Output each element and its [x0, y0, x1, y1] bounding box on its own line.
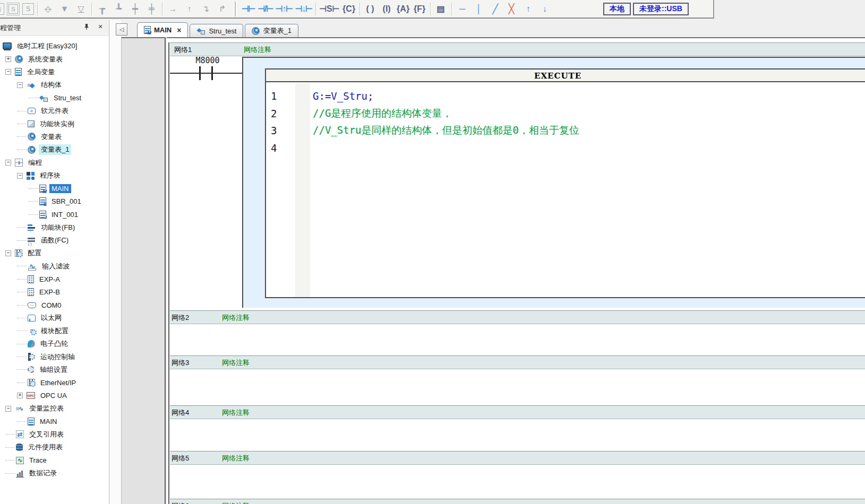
- tree-item-com0[interactable]: ⋯COM0: [0, 299, 109, 311]
- tree-item-main[interactable]: MAIN: [0, 415, 109, 428]
- tab-scroll-left-button[interactable]: ◁: [116, 23, 127, 36]
- wire-corner-down-icon[interactable]: ↴: [199, 2, 213, 16]
- set-coil-boxed-icon[interactable]: S: [8, 4, 18, 14]
- tab-main[interactable]: MAIN×: [137, 22, 188, 37]
- tree-item-easy320[interactable]: 临时工程 [Easy320]: [0, 40, 109, 53]
- contact-no-icon[interactable]: ⊣⊢: [241, 2, 255, 16]
- contact-rising-icon[interactable]: ⊣↑⊢: [275, 2, 293, 16]
- tree-item-[interactable]: 运动控制轴: [0, 350, 109, 363]
- network-header-2[interactable]: 网络2网络注释: [170, 310, 865, 324]
- tree-item-ethernetip[interactable]: EtherNet/IP: [0, 376, 109, 389]
- insert-network-icon[interactable]: ◇: [41, 2, 55, 16]
- execute-block[interactable]: EXECUTE1G:=V_Stru;2//G是程序使用的结构体变量，3//V_S…: [265, 68, 865, 298]
- tab-close-icon[interactable]: ×: [177, 26, 181, 34]
- tree-item-int_001[interactable]: INT_001: [0, 208, 109, 221]
- tree-item-[interactable]: 以太网: [0, 311, 109, 324]
- tree-item-[interactable]: −⊣⊢编程: [0, 157, 109, 169]
- tree-item-[interactable]: ∿输入滤波: [0, 260, 109, 273]
- close-panel-icon[interactable]: ×: [96, 22, 105, 31]
- panel-splitter[interactable]: [110, 20, 121, 504]
- contact-nc-icon[interactable]: ⊣/⊢: [258, 2, 273, 16]
- network-comment[interactable]: 网络注释: [222, 408, 250, 418]
- delete-vline-icon[interactable]: ╳: [504, 2, 519, 16]
- network-header-5[interactable]: 网络5网络注释: [170, 451, 865, 465]
- wire-right-icon[interactable]: →: [166, 2, 180, 16]
- network-comment[interactable]: 网络注释: [222, 501, 250, 504]
- branch-end-icon[interactable]: ┺: [112, 2, 126, 16]
- tree-item-[interactable]: −配置: [0, 247, 109, 259]
- tree-item-label: EXP-A: [37, 275, 62, 284]
- network-comment[interactable]: 网络注释: [244, 45, 271, 55]
- network-header-1[interactable]: 网络1网络注释: [170, 42, 865, 56]
- tree-item-exp-b[interactable]: EXP-B: [0, 285, 109, 298]
- network-header-4[interactable]: 网络4网络注释: [170, 405, 865, 419]
- tree-item-fb[interactable]: 功能块(FB): [0, 221, 109, 233]
- tree-item-[interactable]: +系统变量表: [0, 53, 109, 65]
- tree-item-[interactable]: ⇄交叉引用表: [0, 428, 109, 441]
- tree-expander[interactable]: −: [5, 69, 11, 75]
- st-code-area[interactable]: 1G:=V_Stru;2//G是程序使用的结构体变量，3//V_Stru是同样的…: [266, 83, 865, 297]
- out-coil-icon[interactable]: ▢: [0, 3, 4, 15]
- tree-item-sbr_001[interactable]: SBR_001: [0, 195, 109, 208]
- tree-expander[interactable]: −: [5, 160, 11, 166]
- wire-up-icon[interactable]: ↑: [182, 2, 196, 16]
- insert-network-below-icon[interactable]: ▽: [74, 2, 88, 16]
- coil-inverse-icon[interactable]: (I): [380, 2, 394, 16]
- branch-merge-icon[interactable]: ╪: [144, 2, 159, 16]
- coil-icon[interactable]: ( ): [363, 2, 378, 16]
- draw-vline-icon[interactable]: │: [472, 2, 486, 16]
- tree-item-[interactable]: 元件使用表: [0, 441, 109, 454]
- tree-item-[interactable]: −全局变量: [0, 66, 109, 79]
- compare-block-icon[interactable]: {C}: [342, 2, 356, 16]
- pin-icon[interactable]: [82, 22, 91, 31]
- network-comment[interactable]: 网络注释: [222, 313, 250, 323]
- tree-item-_1[interactable]: 变量表_1: [0, 143, 109, 156]
- login-status-button[interactable]: 未登录::USB: [633, 3, 689, 15]
- tree-expander[interactable]: −: [17, 82, 23, 88]
- tree-item-stru_test[interactable]: Stru_test: [0, 92, 109, 105]
- tree-expander[interactable]: +: [5, 56, 11, 62]
- ladder-network-area[interactable]: 网络1网络注释网络2网络注释网络3网络注释网络4网络注释网络5网络注释网络6网络…: [167, 37, 865, 504]
- tree-item-trace[interactable]: ∿Trace: [0, 454, 109, 467]
- application-block-icon[interactable]: {A}: [396, 2, 410, 16]
- tree-item-[interactable]: −◆结构体: [0, 79, 109, 91]
- tree-item-[interactable]: 功能块实例: [0, 117, 109, 130]
- network-comment[interactable]: 网络注释: [222, 454, 250, 463]
- tree-item-main[interactable]: MAIN: [0, 182, 109, 195]
- tree-item-opcua[interactable]: +OPCOPC UA: [0, 389, 109, 402]
- delete-hline-icon[interactable]: ╱: [488, 2, 502, 16]
- network-header-3[interactable]: 网络3网络注释: [170, 355, 865, 369]
- branch-start-icon[interactable]: ┲: [95, 2, 109, 16]
- function-block-icon[interactable]: {F}: [413, 2, 427, 16]
- tree-item-[interactable]: 数据记录: [0, 467, 109, 480]
- branch-insert-icon[interactable]: ┿: [128, 2, 142, 16]
- network-comment[interactable]: 网络注释: [222, 358, 250, 368]
- reset-coil-boxed-icon[interactable]: S: [22, 3, 34, 15]
- tree-item-[interactable]: ≡模块配置: [0, 325, 109, 337]
- tree-item-[interactable]: −≡∿变量监控表: [0, 402, 109, 415]
- tree-item-[interactable]: 软元件表: [0, 105, 109, 117]
- tree-item-[interactable]: −程序块: [0, 169, 109, 182]
- contact-operand-label[interactable]: M8000: [185, 56, 230, 65]
- tree-item-exp-a[interactable]: EXP-A: [0, 273, 109, 285]
- contact-set-icon[interactable]: ⊣S⊢: [319, 2, 340, 16]
- wire-corner-up-icon[interactable]: ↱: [215, 2, 229, 16]
- local-mode-button[interactable]: 本地: [603, 3, 631, 15]
- draw-hline-icon[interactable]: ─: [455, 2, 469, 16]
- tree-expander[interactable]: +: [17, 393, 23, 398]
- contact-falling-icon[interactable]: ⊣↓⊢: [295, 2, 312, 16]
- network-header-6[interactable]: 网络6网络注释: [170, 499, 865, 504]
- tree-expander[interactable]: −: [5, 406, 11, 412]
- tab-stru_test[interactable]: Stru_test: [190, 24, 243, 37]
- tree-expander[interactable]: −: [5, 250, 11, 256]
- move-up-icon[interactable]: ↑: [521, 2, 535, 16]
- tree-item-fc[interactable]: 函数(FC): [0, 234, 109, 247]
- tree-item-[interactable]: 轴组设置: [0, 363, 109, 376]
- delete-network-icon[interactable]: ▼: [57, 2, 72, 16]
- tab-_1[interactable]: 变量表_1: [245, 24, 298, 37]
- instruction-table-icon[interactable]: ▤: [434, 2, 448, 16]
- tree-expander[interactable]: −: [17, 173, 23, 179]
- move-down-icon[interactable]: ↓: [537, 2, 552, 16]
- tree-item-[interactable]: 电子凸轮: [0, 337, 109, 350]
- tree-item-[interactable]: 变量表: [0, 131, 109, 143]
